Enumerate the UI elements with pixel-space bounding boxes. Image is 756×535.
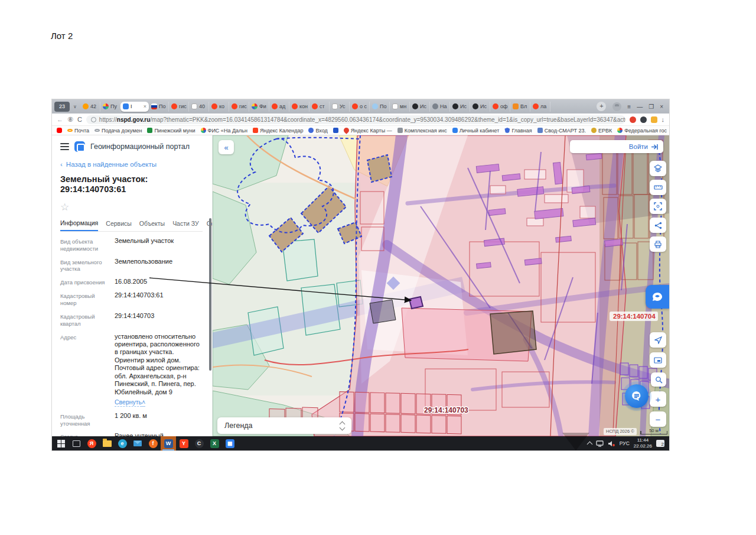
- browser-tab[interactable]: мн: [390, 102, 410, 112]
- selected-parcel[interactable]: [409, 297, 423, 309]
- browser-tab[interactable]: 42: [80, 102, 100, 112]
- print-button[interactable]: [650, 236, 666, 252]
- bookmark-item[interactable]: Комплексная инс: [397, 128, 447, 134]
- back-to-results-link[interactable]: ‹Назад в найденные объекты: [60, 157, 203, 169]
- minimize-button[interactable]: —: [637, 103, 643, 110]
- tab-list-chevron-icon[interactable]: ∨: [71, 104, 79, 109]
- taskbar-app-ybrowser[interactable]: Y: [176, 436, 191, 450]
- browser-tab[interactable]: оф: [490, 102, 510, 112]
- tab-objects[interactable]: Объекты: [139, 216, 165, 231]
- bookmark-item[interactable]: Подача докумен: [94, 128, 142, 134]
- taskbar-app-mail[interactable]: [130, 436, 145, 450]
- minimap-button[interactable]: [650, 352, 666, 368]
- download-icon[interactable]: ↓: [662, 116, 665, 123]
- taskbar-app-word[interactable]: W: [161, 436, 176, 450]
- share-button[interactable]: [650, 218, 666, 233]
- extension-adblock-icon[interactable]: [630, 116, 636, 123]
- bookmark-item[interactable]: Почта: [67, 128, 89, 134]
- back-icon[interactable]: ←: [57, 116, 63, 123]
- tab-parts[interactable]: Части ЗУ: [172, 216, 199, 231]
- taskbar-app-folder[interactable]: [99, 436, 115, 450]
- bookmark-item[interactable]: Пинежский муни: [147, 128, 195, 134]
- new-tab-button[interactable]: +: [597, 102, 606, 111]
- network-icon[interactable]: [596, 440, 604, 447]
- bookmark-item[interactable]: [57, 128, 62, 133]
- taskbar-app-start[interactable]: [53, 436, 69, 450]
- bookmark-item[interactable]: [333, 128, 338, 133]
- chat-fab-button[interactable]: [625, 384, 649, 408]
- url-field[interactable]: https://nspd.gov.ru/map?thematic=PKK&zoo…: [86, 115, 625, 124]
- bookmark-item[interactable]: ЕРВК: [591, 128, 612, 134]
- browser-tab[interactable]: гис: [169, 102, 189, 112]
- browser-tab[interactable]: Вл: [510, 102, 530, 112]
- taskbar-app-cround[interactable]: C: [191, 436, 207, 450]
- locate-me-button[interactable]: [650, 332, 666, 348]
- protect-icon[interactable]: ⑧: [67, 116, 73, 124]
- browser-menu-icon[interactable]: ≡: [627, 103, 631, 110]
- browser-tab[interactable]: 40: [189, 102, 209, 112]
- taskbar-app-firefox[interactable]: f: [145, 436, 161, 450]
- bookmark-item[interactable]: Свод-СМАРТ 23.: [537, 128, 586, 134]
- taskbar-clock[interactable]: 11:4422.02.26: [634, 437, 652, 449]
- browser-tab[interactable]: ко: [209, 102, 229, 112]
- browser-tab[interactable]: Ис: [470, 102, 490, 112]
- login-button[interactable]: Войти: [570, 140, 663, 153]
- browser-tab[interactable]: Ус: [330, 102, 350, 112]
- extension-yellow-icon[interactable]: [651, 116, 657, 123]
- profile-avatar[interactable]: [612, 102, 621, 111]
- browser-tab[interactable]: кон: [289, 102, 309, 112]
- volume-muted-icon[interactable]: [608, 440, 615, 447]
- refresh-icon[interactable]: C: [77, 116, 82, 123]
- taskbar-app-ya[interactable]: Я: [84, 436, 99, 450]
- browser-tab-active[interactable]: І×: [120, 102, 149, 112]
- map-viewport[interactable]: 29:14:140703 29:14:140704 « Войти + −: [213, 135, 669, 436]
- browser-tab[interactable]: ла: [530, 102, 550, 112]
- browser-tab[interactable]: ад: [269, 102, 289, 112]
- taskbar-app-excel[interactable]: X: [207, 436, 222, 450]
- bookmark-item[interactable]: Личный кабинет: [452, 128, 500, 134]
- browser-tab[interactable]: На: [430, 102, 450, 112]
- tab-counter-button[interactable]: 23: [54, 102, 70, 112]
- browser-tab[interactable]: Фи: [249, 102, 269, 112]
- panel-scrollbar[interactable]: [209, 218, 211, 371]
- site-security-icon[interactable]: [91, 117, 96, 122]
- taskbar-app-taskview[interactable]: [69, 436, 84, 450]
- layers-button[interactable]: [650, 161, 666, 176]
- browser-tab[interactable]: Пу: [100, 102, 120, 112]
- bookmark-item[interactable]: Яндекс Календар: [253, 128, 304, 134]
- taskbar-app-edge[interactable]: e: [115, 436, 130, 450]
- browser-tab[interactable]: По: [370, 102, 390, 112]
- zoom-out-button[interactable]: −: [650, 411, 666, 427]
- browser-tab[interactable]: По: [149, 102, 169, 112]
- tab-close-icon[interactable]: ×: [144, 103, 146, 109]
- select-area-button[interactable]: [650, 199, 666, 214]
- search-map-button[interactable]: [651, 372, 666, 387]
- favorite-star-icon[interactable]: ☆: [60, 201, 203, 213]
- browser-tab[interactable]: Ис: [410, 102, 430, 112]
- zoom-in-button[interactable]: +: [650, 391, 666, 407]
- menu-burger-icon[interactable]: [60, 143, 69, 150]
- collapse-address-link[interactable]: Свернуть: [115, 398, 142, 407]
- bookmark-item[interactable]: Вход: [308, 128, 327, 134]
- browser-tab[interactable]: Ис: [450, 102, 470, 112]
- panel-collapse-button[interactable]: «: [219, 140, 234, 154]
- tab-services[interactable]: Сервисы: [106, 216, 132, 231]
- tab-info[interactable]: Информация: [60, 216, 98, 231]
- notification-center-icon[interactable]: 2: [656, 440, 664, 447]
- taskbar-app-tiles[interactable]: ▦: [222, 436, 237, 450]
- bookmark-item[interactable]: Федеральная гос: [617, 128, 667, 134]
- browser-tab[interactable]: о с: [350, 102, 370, 112]
- extension-dark-icon[interactable]: [640, 116, 647, 123]
- legend-dropdown[interactable]: Легенда: [217, 417, 351, 434]
- close-button[interactable]: ×: [660, 103, 663, 110]
- measure-button[interactable]: [650, 180, 666, 195]
- bookmark-item[interactable]: ФИС «На Дальн: [201, 128, 247, 134]
- browser-tab[interactable]: гис: [229, 102, 249, 112]
- browser-tab[interactable]: ст: [309, 102, 330, 112]
- restore-button[interactable]: ❐: [649, 103, 654, 110]
- language-indicator[interactable]: РУС: [620, 440, 630, 446]
- map-canvas[interactable]: 29:14:140703 29:14:140704: [213, 135, 669, 436]
- assistant-button[interactable]: [646, 285, 669, 309]
- bookmark-item[interactable]: Главная: [504, 128, 532, 134]
- bookmark-item[interactable]: Яндекс Карты —: [344, 128, 392, 134]
